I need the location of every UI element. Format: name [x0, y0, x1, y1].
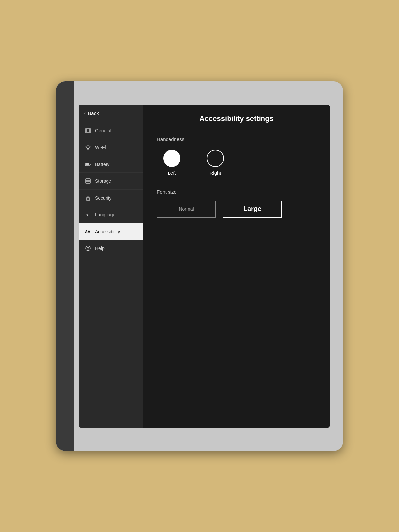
handedness-options: Left Right [157, 150, 317, 176]
font-normal-button[interactable]: Normal [157, 201, 216, 218]
left-radio[interactable] [163, 150, 180, 167]
left-hand-label: Left [168, 170, 176, 176]
right-hand-label: Right [209, 170, 221, 176]
wifi-icon [84, 144, 92, 151]
handedness-label: Handedness [157, 136, 317, 142]
font-size-label: Font size [157, 189, 317, 195]
svg-point-11 [88, 199, 88, 199]
svg-point-2 [88, 149, 88, 150]
sidebar-item-label-battery: Battery [95, 162, 109, 167]
svg-point-15 [88, 249, 88, 250]
main-content: Accessibility settings Handedness Left R… [143, 105, 330, 428]
back-chevron-icon: ‹ [84, 111, 86, 116]
sidebar-item-label-accessibility: Accessibility [95, 229, 120, 234]
right-hand-option[interactable]: Right [207, 150, 224, 176]
battery-icon [84, 161, 92, 168]
sidebar-item-label-storage: Storage [95, 178, 111, 184]
sidebar-item-label-general: General [95, 128, 111, 133]
back-label: Back [88, 110, 99, 116]
accessibility-icon: AA [84, 228, 92, 235]
sidebar-item-storage[interactable]: Storage [79, 173, 143, 190]
font-large-button[interactable]: Large [223, 201, 282, 218]
sidebar-item-label-wifi: Wi-Fi [95, 145, 106, 150]
sidebar-item-label-help: Help [95, 246, 105, 251]
back-button[interactable]: ‹ Back [79, 105, 143, 122]
general-icon [84, 127, 92, 134]
svg-rect-1 [86, 129, 90, 132]
sidebar-item-help[interactable]: Help [79, 240, 143, 257]
device-screen: ‹ Back General [79, 105, 330, 428]
right-radio[interactable] [207, 150, 224, 167]
svg-text:AA: AA [85, 230, 90, 234]
svg-rect-6 [86, 163, 89, 165]
device-spine [56, 81, 74, 451]
help-icon [84, 245, 92, 252]
sidebar-item-label-language: Language [95, 212, 115, 217]
sidebar-item-security[interactable]: Security [79, 190, 143, 206]
sidebar-item-accessibility[interactable]: AA Accessibility [79, 223, 143, 240]
left-hand-option[interactable]: Left [163, 150, 180, 176]
sidebar-item-general[interactable]: General [79, 122, 143, 139]
sidebar-item-language[interactable]: A Language [79, 206, 143, 223]
font-size-options: Normal Large [157, 201, 317, 218]
sidebar: ‹ Back General [79, 105, 143, 428]
sidebar-item-label-security: Security [95, 195, 112, 201]
storage-icon [84, 177, 92, 185]
device: ‹ Back General [56, 81, 343, 451]
language-icon: A [84, 211, 92, 218]
svg-rect-7 [86, 179, 90, 183]
sidebar-item-wifi[interactable]: Wi-Fi [79, 139, 143, 156]
security-icon [84, 194, 92, 202]
page-title: Accessibility settings [157, 114, 317, 123]
svg-text:A: A [85, 212, 89, 217]
sidebar-item-battery[interactable]: Battery [79, 156, 143, 173]
